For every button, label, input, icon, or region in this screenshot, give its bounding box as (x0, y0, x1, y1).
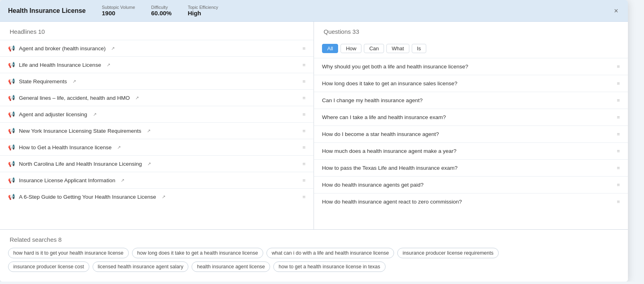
difficulty-label: Difficulty (151, 5, 168, 10)
external-link-icon: ↗ (147, 161, 151, 167)
related-search-tag[interactable]: insurance producer license cost (8, 261, 89, 272)
external-link-icon: ↗ (107, 62, 110, 68)
headline-text: A 6-Step Guide to Getting Your Health In… (19, 194, 156, 200)
sort-icon[interactable]: ≡ (617, 114, 620, 120)
close-button[interactable]: × (611, 6, 621, 16)
headline-item[interactable]: 📢 How to Get a Health Insurance license … (0, 139, 314, 155)
related-search-tag[interactable]: what can i do with a life and health ins… (266, 248, 394, 258)
body-container: Headlines10 📢 Agent and broker (health i… (0, 22, 628, 229)
headline-text: How to Get a Health Insurance license (19, 144, 111, 150)
headline-text: North Carolina Life and Health Insurance… (19, 161, 142, 167)
question-text: Where can I take a life and health insur… (322, 114, 446, 120)
external-link-icon: ↗ (111, 46, 115, 51)
sort-icon[interactable]: ≡ (302, 177, 305, 183)
related-search-tag[interactable]: health insurance agent license (192, 261, 270, 272)
question-item[interactable]: How much does a health insurance agent m… (314, 142, 628, 159)
headline-text: State Requirements (19, 78, 67, 84)
related-label: Related searches (10, 236, 57, 243)
filter-button-all[interactable]: All (322, 44, 338, 53)
headlines-panel: Headlines10 📢 Agent and broker (health i… (0, 22, 314, 229)
sort-icon[interactable]: ≡ (617, 199, 620, 205)
filter-button-how[interactable]: How (341, 44, 361, 53)
questions-label: Questions (324, 28, 351, 35)
related-count: 8 (58, 236, 62, 243)
megaphone-icon: 📢 (8, 45, 15, 51)
headline-item[interactable]: 📢 Agent and broker (health insurance) ↗ … (0, 40, 314, 56)
filter-bar: AllHowCanWhatIs (314, 40, 628, 58)
external-link-icon: ↗ (162, 194, 165, 200)
questions-header: Questions33 (314, 22, 628, 40)
difficulty: Difficulty 60.00% (151, 5, 172, 16)
sort-icon[interactable]: ≡ (302, 161, 305, 167)
headline-item[interactable]: 📢 State Requirements ↗ ≡ (0, 73, 314, 89)
question-item[interactable]: Can I change my health insurance agent? … (314, 92, 628, 109)
external-link-icon: ↗ (135, 95, 139, 101)
sort-icon[interactable]: ≡ (617, 64, 620, 70)
megaphone-icon: 📢 (8, 78, 15, 84)
difficulty-value: 60.00% (151, 10, 172, 16)
headlines-label: Headlines (10, 28, 37, 35)
related-search-tag[interactable]: insurance producer license requirements (397, 248, 499, 258)
sort-icon[interactable]: ≡ (302, 194, 305, 200)
question-item[interactable]: How to pass the Texas Life and Health in… (314, 159, 628, 176)
filter-button-what[interactable]: What (386, 44, 409, 53)
sort-icon[interactable]: ≡ (617, 182, 620, 188)
related-search-tag[interactable]: how to get a health insurance license in… (273, 261, 385, 272)
headline-item[interactable]: 📢 New York Insurance Licensing State Req… (0, 122, 314, 139)
headline-item[interactable]: 📢 North Carolina Life and Health Insuran… (0, 155, 314, 172)
questions-panel: Questions33 AllHowCanWhatIs Why should y… (314, 22, 628, 229)
megaphone-icon: 📢 (8, 193, 15, 200)
sort-icon[interactable]: ≡ (302, 95, 305, 101)
topic-efficiency-value: High (188, 10, 201, 16)
related-search-tag[interactable]: how hard is it to get your health insura… (8, 248, 129, 258)
headline-item[interactable]: 📢 General lines – life, accident, health… (0, 89, 314, 106)
related-search-tag[interactable]: how long does it take to get a health in… (132, 248, 263, 258)
sort-icon[interactable]: ≡ (302, 62, 305, 68)
filter-button-is[interactable]: Is (412, 44, 426, 53)
related-search-tag[interactable]: licensed health insurance agent salary (93, 261, 189, 272)
headline-item[interactable]: 📢 Life and Health Insurance License ↗ ≡ (0, 56, 314, 73)
headlines-list: 📢 Agent and broker (health insurance) ↗ … (0, 40, 314, 205)
sort-icon[interactable]: ≡ (617, 148, 620, 154)
headlines-count: 10 (38, 28, 45, 35)
filter-button-can[interactable]: Can (364, 44, 384, 53)
topic-efficiency-label: Topic Efficiency (188, 5, 218, 10)
question-text: How much does a health insurance agent m… (322, 148, 456, 154)
headlines-header: Headlines10 (0, 22, 314, 40)
questions-list: Why should you get both a life and healt… (314, 58, 628, 210)
headline-text: Insurance License Applicant Information (19, 177, 115, 183)
related-searches-header: Related searches8 (8, 236, 620, 243)
question-text: How do health insurance agent react to z… (322, 199, 462, 205)
subtopic-volume-label: Subtopic Volume (102, 5, 135, 10)
question-item[interactable]: How long does it take to get an insuranc… (314, 75, 628, 92)
external-link-icon: ↗ (93, 112, 97, 117)
megaphone-icon: 📢 (8, 95, 15, 101)
headline-item[interactable]: 📢 Insurance License Applicant Informatio… (0, 172, 314, 188)
sort-icon[interactable]: ≡ (302, 111, 305, 117)
megaphone-icon: 📢 (8, 111, 15, 117)
megaphone-icon: 📢 (8, 177, 15, 183)
sort-icon[interactable]: ≡ (617, 165, 620, 171)
sort-icon[interactable]: ≡ (302, 128, 305, 134)
sort-icon[interactable]: ≡ (617, 80, 620, 86)
sort-icon[interactable]: ≡ (302, 78, 305, 84)
sort-icon[interactable]: ≡ (617, 131, 620, 137)
related-searches-section: Related searches8 how hard is it to get … (0, 229, 628, 282)
megaphone-icon: 📢 (8, 128, 15, 134)
question-text: How do I become a star health insurance … (322, 131, 439, 137)
megaphone-icon: 📢 (8, 62, 15, 68)
headline-item[interactable]: 📢 Agent and adjuster licensing ↗ ≡ (0, 106, 314, 122)
tags-row: how hard is it to get your health insura… (8, 248, 620, 258)
question-item[interactable]: Where can I take a life and health insur… (314, 109, 628, 126)
question-item[interactable]: Why should you get both a life and healt… (314, 58, 628, 75)
related-tags-container: how hard is it to get your health insura… (8, 248, 620, 272)
sort-icon[interactable]: ≡ (617, 97, 620, 103)
question-item[interactable]: How do I become a star health insurance … (314, 126, 628, 142)
sort-icon[interactable]: ≡ (302, 45, 305, 51)
headline-item[interactable]: 📢 A 6-Step Guide to Getting Your Health … (0, 188, 314, 205)
subtopic-volume: Subtopic Volume 1900 (102, 5, 135, 16)
question-item[interactable]: How do health insurance agents get paid?… (314, 176, 628, 193)
question-item[interactable]: How do health insurance agent react to z… (314, 193, 628, 210)
sort-icon[interactable]: ≡ (302, 144, 305, 150)
external-link-icon: ↗ (117, 145, 121, 150)
